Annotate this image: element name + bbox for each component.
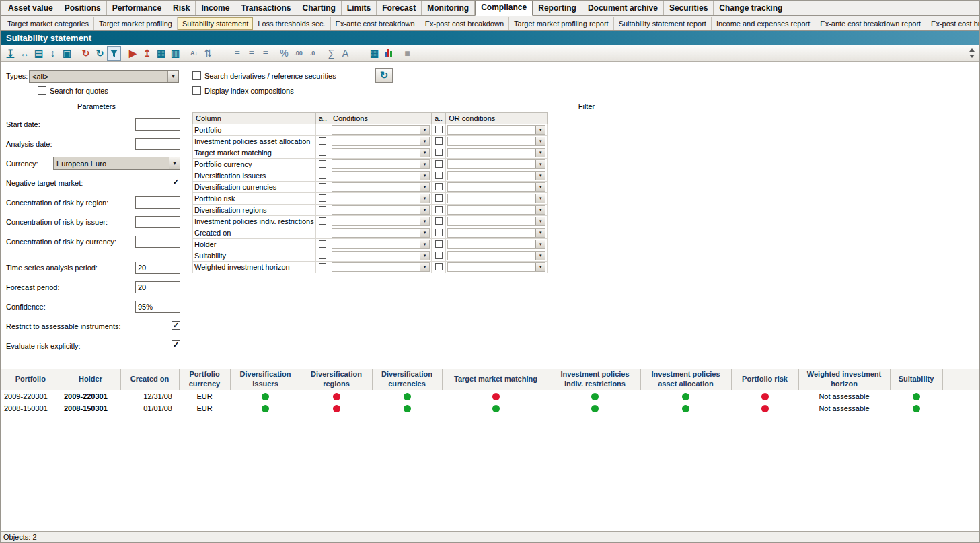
drill-down-icon[interactable]: ▶ [126, 46, 140, 61]
toolbar-overflow-down-icon[interactable] [969, 55, 975, 58]
table-row[interactable]: 2009-220301 2009-220301 12/31/08 EUR Not… [1, 390, 980, 402]
header-diversification-regions[interactable]: Diversification regions [301, 369, 372, 390]
search-for-quotes-checkbox[interactable]: Search for quotes [38, 86, 108, 95]
header-target-market-matching[interactable]: Target market matching [442, 369, 550, 390]
or-and-checkbox[interactable] [435, 149, 443, 156]
concentration-issuer-input[interactable] [135, 216, 180, 228]
or-condition-dropdown[interactable] [447, 171, 545, 180]
and-checkbox[interactable] [319, 126, 326, 133]
or-condition-dropdown[interactable] [447, 228, 545, 238]
header-weighted-investment-horizon[interactable]: Weighted investment horizon [798, 369, 890, 390]
evaluate-risk-checkbox[interactable] [172, 340, 180, 349]
header-inv-policies-indiv-restrictions[interactable]: Investment policies indiv. restrictions [550, 369, 640, 390]
time-series-period-input[interactable] [135, 262, 180, 274]
and-checkbox[interactable] [319, 263, 326, 270]
percent-format-icon[interactable]: % [277, 46, 291, 61]
subtab-ex-ante-cost-breakdown[interactable]: Ex-ante cost breakdown [331, 17, 420, 30]
or-condition-dropdown[interactable] [447, 137, 545, 146]
or-and-checkbox[interactable] [435, 240, 443, 248]
or-and-checkbox[interactable] [435, 263, 443, 270]
header-portfolio-currency[interactable]: Portfolio currency [179, 369, 230, 390]
or-and-checkbox[interactable] [435, 183, 443, 190]
condition-dropdown[interactable] [332, 228, 430, 238]
and-checkbox[interactable] [319, 206, 326, 213]
condition-dropdown[interactable] [332, 159, 430, 169]
or-and-checkbox[interactable] [435, 160, 443, 168]
or-and-checkbox[interactable] [435, 126, 443, 133]
report-grid-icon[interactable]: ▦ [154, 46, 168, 61]
filter-icon[interactable] [107, 46, 121, 61]
and-checkbox[interactable] [319, 240, 326, 248]
subtab-ex-post-cost-breakdown-report[interactable]: Ex-post cost bre [926, 17, 979, 30]
or-condition-dropdown[interactable] [447, 251, 545, 260]
subtab-suitability-statement-report[interactable]: Suitability statement report [614, 17, 712, 30]
or-and-checkbox[interactable] [435, 252, 443, 259]
header-holder[interactable]: Holder [61, 369, 120, 390]
or-condition-dropdown[interactable] [447, 148, 545, 157]
subtab-target-market-profiling-report[interactable]: Target market profiling report [509, 17, 614, 30]
or-condition-dropdown[interactable] [447, 217, 545, 226]
or-condition-dropdown[interactable] [447, 240, 545, 249]
and-checkbox[interactable] [319, 194, 326, 202]
or-and-checkbox[interactable] [435, 172, 443, 179]
align-left-icon[interactable]: ≡ [230, 46, 244, 61]
header-created-on[interactable]: Created on [120, 369, 179, 390]
tab-income[interactable]: Income [196, 1, 235, 15]
condition-dropdown[interactable] [332, 125, 430, 135]
chart-view-icon[interactable] [381, 46, 395, 61]
concentration-currency-input[interactable] [135, 236, 180, 248]
or-and-checkbox[interactable] [435, 206, 443, 213]
subtab-loss-thresholds-sec[interactable]: Loss thresholds sec. [253, 17, 330, 30]
subtab-ex-post-cost-breakdown[interactable]: Ex-post cost breakdown [420, 17, 509, 30]
fit-row-height-icon[interactable]: ↕ [46, 46, 60, 61]
condition-dropdown[interactable] [332, 240, 430, 249]
header-diversification-currencies[interactable]: Diversification currencies [372, 369, 442, 390]
and-checkbox[interactable] [319, 137, 326, 145]
display-index-compositions-checkbox[interactable]: Display index compositions [192, 86, 294, 95]
tab-securities[interactable]: Securities [664, 1, 714, 15]
tab-asset-value[interactable]: Asset value [3, 1, 59, 15]
refresh-search-button[interactable]: ↻ [375, 68, 393, 83]
search-derivatives-checkbox[interactable]: Search derivatives / reference securitie… [192, 71, 336, 80]
column-layout-icon[interactable]: ▤ [32, 46, 46, 61]
or-condition-dropdown[interactable] [447, 194, 545, 203]
or-and-checkbox[interactable] [435, 194, 443, 202]
tab-compliance[interactable]: Compliance [475, 0, 533, 16]
and-checkbox[interactable] [319, 149, 326, 156]
reload-data-icon[interactable]: ↻ [79, 46, 93, 61]
tab-limits[interactable]: Limits [342, 1, 377, 15]
tab-performance[interactable]: Performance [107, 1, 167, 15]
negative-target-market-checkbox[interactable] [172, 178, 180, 186]
add-decimal-icon[interactable]: .00 [291, 46, 305, 61]
subtab-income-and-expenses-report[interactable]: Income and expenses report [712, 17, 815, 30]
and-checkbox[interactable] [319, 229, 326, 236]
export-selection-icon[interactable]: ↥ [140, 46, 154, 61]
or-and-checkbox[interactable] [435, 217, 443, 225]
condition-dropdown[interactable] [332, 182, 430, 192]
or-condition-dropdown[interactable] [447, 159, 545, 169]
refresh-view-icon[interactable]: ↻ [93, 46, 107, 61]
or-and-checkbox[interactable] [435, 229, 443, 236]
font-icon[interactable]: A [338, 46, 352, 61]
tab-document-archive[interactable]: Document archive [582, 1, 664, 15]
condition-dropdown[interactable] [332, 205, 430, 215]
analysis-date-input[interactable] [135, 138, 180, 150]
header-diversification-issuers[interactable]: Diversification issuers [230, 369, 301, 390]
tab-transactions[interactable]: Transactions [235, 1, 297, 15]
tab-risk[interactable]: Risk [167, 1, 196, 15]
or-condition-dropdown[interactable] [447, 205, 545, 215]
align-right-icon[interactable]: ≡ [258, 46, 272, 61]
confidence-input[interactable] [135, 301, 180, 313]
tab-monitoring[interactable]: Monitoring [422, 1, 475, 15]
table-view-icon[interactable]: ▦ [367, 46, 381, 61]
or-condition-dropdown[interactable] [447, 182, 545, 192]
condition-dropdown[interactable] [332, 251, 430, 260]
align-center-icon[interactable]: ≡ [244, 46, 258, 61]
tab-reporting[interactable]: Reporting [533, 1, 582, 15]
and-checkbox[interactable] [319, 217, 326, 225]
condition-dropdown[interactable] [332, 137, 430, 146]
concentration-region-input[interactable] [135, 196, 180, 209]
table-row[interactable]: 2008-150301 2008-150301 01/01/08 EUR Not… [1, 402, 980, 414]
condition-dropdown[interactable] [332, 262, 430, 272]
and-checkbox[interactable] [319, 183, 326, 190]
